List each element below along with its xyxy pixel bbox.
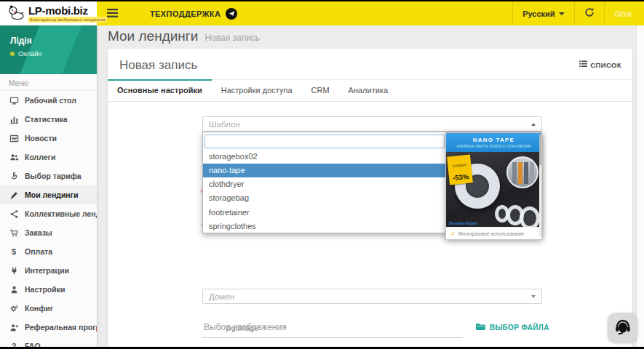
language-dropdown[interactable]: Русский [512,1,573,25]
sidebar-item-label: Мои лендинги [25,190,79,199]
domain-select[interactable]: Домен [202,289,542,304]
sidebar-item-label: Настройки [25,285,65,294]
topbar-right: Русский Лідія [512,1,644,25]
sidebar-item-tariff[interactable]: Выбор тарифа [0,167,97,185]
preview-subtitle: КЛЕЙКАЯ ЛЕНТА НОВОГО ПОКОЛЕНИЯ [456,144,530,148]
page-header: Мои лендинги Новая запись [108,28,632,44]
support-chat-button[interactable] [608,313,637,342]
card-title: Новая запись [119,58,197,73]
sidebar-toggle-button[interactable] [97,1,128,25]
sidebar-item-news[interactable]: Новости [0,129,97,148]
tab-main-settings[interactable]: Основные настройки [108,79,212,101]
sidebar-item-colleagues[interactable]: Коллеги [0,148,97,167]
sidebar-item-label: Статистика [25,115,68,124]
sidebar-item-dashboard[interactable]: Рабочий стол [0,91,97,110]
topbar-username: Лідія [614,9,635,18]
share-icon [9,209,19,219]
file-select-button[interactable]: ВЫБОР ФАЙЛА [475,322,549,332]
question-icon: ? [9,342,19,348]
headset-icon [613,317,632,339]
sidebar-item-integrations[interactable]: Интеграции [0,261,97,280]
dropdown-search-input[interactable] [204,135,445,148]
preview-scrollbar[interactable] [539,135,541,236]
telegram-icon [226,8,237,20]
person-plus-icon [9,323,19,332]
sidebar-item-referral[interactable]: Реферальная программа [0,318,97,337]
dropdown-option[interactable]: storagebox02 [203,150,446,164]
sidebar-item-label: Коллеги [25,153,55,161]
sidebar-item-label: Оплата [25,247,52,256]
sidebar-item-label: Выбор тарифа [25,172,82,180]
list-button[interactable]: СПИСОК [579,60,621,69]
sidebar-item-payment[interactable]: $ Оплата [0,242,97,261]
list-icon [579,60,587,69]
tab-access-settings[interactable]: Настройки доступа [212,80,302,101]
topbar: LP-mobi.biz Конструктор мобильных лендин… [0,1,644,25]
sidebar: Лідія Онлайн Меню Рабочий стол Статистик… [0,25,97,347]
user-menu[interactable]: Лідія [604,1,644,25]
caret-up-icon [531,123,536,126]
hamburger-icon [107,7,118,20]
discount-badge: СКИДКА -53% [447,154,473,185]
template-select[interactable]: Шаблон [202,116,542,132]
support-link[interactable]: ТЕХПОДДЕРЖКА [138,1,249,25]
sidebar-item-collective-landings[interactable]: Коллективные лендинги [0,204,97,223]
person-icon [9,285,19,294]
desktop-icon [9,96,19,105]
logo-tagline: Конструктор мобильных лендингов [28,17,107,23]
sidebar-item-label: FAQ [25,342,41,347]
dropdown-option[interactable]: springclothes [203,220,446,233]
language-label: Русский [522,9,554,18]
news-icon [9,134,19,143]
og-image-input[interactable] [202,319,463,338]
caret-down-icon [531,295,536,298]
sidebar-user-panel: Лідія Онлайн [0,25,97,74]
preview-product-image: СКИДКА -53% Double-Sided [446,152,541,227]
tab-analytics[interactable]: Аналитика [339,80,397,101]
online-status-dot [10,52,15,56]
sidebar-item-label: Интеграции [25,266,69,275]
people-icon [9,153,19,162]
sidebar-item-label: Реферальная программа [25,323,97,332]
sidebar-item-orders[interactable]: Заказы [0,223,97,242]
page-title: Мои лендинги [108,28,198,44]
dropdown-option[interactable]: footretainer [203,206,446,220]
form: Шаблон Название Заголовок SEO Описание S… [108,102,632,347]
pencil-icon [9,190,19,200]
page-scrollbar[interactable] [636,25,644,347]
dropdown-option-selected[interactable]: nano-tape [203,164,446,177]
app-screen: LP-mobi.biz Конструктор мобильных лендин… [0,1,644,347]
usage-inset-photo [506,156,538,188]
logo[interactable]: LP-mobi.biz Конструктор мобильных лендин… [0,1,97,25]
tab-crm[interactable]: CRM [302,80,339,101]
sidebar-item-faq[interactable]: ? FAQ [0,337,97,347]
refresh-button[interactable] [574,1,604,25]
dropdown-option[interactable]: clothdryer [203,177,446,191]
chevron-down-icon [559,12,565,15]
template-preview-image: NANO TAPE КЛЕЙКАЯ ЛЕНТА НОВОГО ПОКОЛЕНИЯ… [445,132,542,240]
gear-icon [9,304,19,313]
menu-section-label: Меню [0,74,97,91]
template-dropdown: storagebox02 nano-tape clothdryer storag… [202,132,542,233]
preview-feature-text: Многоразовое использование [458,231,524,236]
tab-bar: Основные настройки Настройки доступа CRM… [108,79,632,102]
cart-icon [9,228,19,238]
main-content: Мои лендинги Новая запись Новая запись С… [97,25,644,347]
sidebar-item-label: Рабочий стол [25,96,76,105]
dog-logo-icon [7,4,25,24]
preview-title: NANO TAPE [473,137,514,143]
sidebar-item-statistics[interactable]: Статистика [0,110,97,129]
sidebar-user-name: Лідія [10,36,97,46]
online-status-label: Онлайн [18,50,41,57]
chart-icon [9,115,19,124]
brand-text: Double-Sided [449,221,477,225]
sidebar-item-my-landings[interactable]: Мои лендинги [0,185,97,204]
dropdown-option[interactable]: storagebag [203,191,446,205]
sidebar-item-label: Коллективные лендинги [25,209,97,218]
hand-pointer-icon [9,172,19,181]
sidebar-item-label: Конфиг [25,304,53,313]
sidebar-item-label: Новости [25,134,57,143]
breadcrumb: Новая запись [204,33,260,43]
sidebar-item-config[interactable]: Конфиг [0,299,97,318]
sidebar-item-settings[interactable]: Настройки [0,280,97,299]
